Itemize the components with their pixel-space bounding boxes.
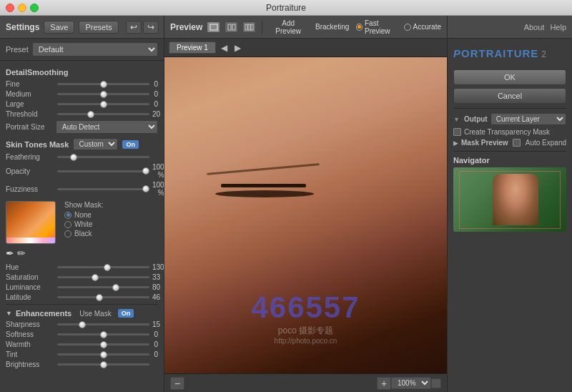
opacity-row: Opacity 100 % bbox=[6, 163, 158, 179]
portrait-size-select[interactable]: Auto Detect bbox=[56, 120, 158, 134]
radio-black-label: Black bbox=[74, 230, 92, 237]
tint-value: 0 bbox=[152, 351, 158, 358]
feathering-slider[interactable] bbox=[57, 156, 149, 158]
hue-slider[interactable] bbox=[57, 266, 149, 268]
logo-p: P bbox=[453, 47, 461, 59]
dropper-add-icon[interactable]: ✒ bbox=[6, 248, 14, 259]
softness-slider[interactable] bbox=[57, 333, 149, 335]
cancel-button[interactable]: Cancel bbox=[453, 88, 566, 104]
show-mask-label: Show Mask: bbox=[64, 201, 103, 209]
create-transparency-row: Create Transparency Mask bbox=[453, 128, 566, 136]
radio-none-row[interactable]: None bbox=[64, 211, 103, 219]
maximize-button[interactable] bbox=[30, 4, 39, 12]
color-swatch[interactable] bbox=[6, 201, 56, 244]
accurate-radio[interactable]: Accurate bbox=[404, 23, 441, 31]
bracketing-button[interactable]: Bracketing bbox=[312, 21, 352, 32]
zoom-out-button[interactable]: − bbox=[170, 377, 184, 390]
save-button[interactable]: Save bbox=[44, 21, 74, 34]
zoom-dropdown-button[interactable] bbox=[431, 378, 441, 388]
ok-button[interactable]: OK bbox=[453, 69, 566, 85]
preset-label: Preset bbox=[6, 45, 29, 54]
auto-expand-checkbox[interactable] bbox=[513, 139, 521, 147]
medium-slider[interactable] bbox=[57, 93, 149, 95]
output-label: Output bbox=[464, 115, 488, 123]
radio-black-row[interactable]: Black bbox=[64, 230, 103, 237]
radio-white-row[interactable]: White bbox=[64, 220, 103, 228]
sharpness-slider[interactable] bbox=[57, 323, 149, 325]
settings-label: Settings bbox=[6, 22, 39, 32]
preview-multi-icon[interactable] bbox=[242, 21, 256, 33]
fine-value: 0 bbox=[152, 80, 158, 88]
medium-value: 0 bbox=[152, 90, 158, 98]
brightness-slider[interactable] bbox=[57, 363, 149, 366]
help-link[interactable]: Help bbox=[550, 23, 566, 31]
fast-preview-label: Fast Preview bbox=[365, 19, 400, 35]
threshold-slider[interactable] bbox=[57, 113, 149, 115]
enhancements-section-header: ▼ Enhancements Use Mask On bbox=[6, 304, 158, 318]
add-preview-button[interactable]: Add Preview bbox=[268, 18, 308, 36]
logo-version: 2 bbox=[541, 49, 546, 59]
portrait-size-row: Portrait Size Auto Detect bbox=[6, 120, 158, 134]
luminance-value: 80 bbox=[152, 283, 160, 291]
threshold-label: Threshold bbox=[6, 110, 54, 118]
latitude-slider[interactable] bbox=[57, 296, 149, 298]
titlebar: Portraiture bbox=[0, 0, 572, 16]
fine-slider[interactable] bbox=[57, 83, 149, 85]
fast-preview-radio[interactable]: Fast Preview bbox=[356, 19, 399, 35]
medium-row: Medium 0 bbox=[6, 90, 158, 98]
logo-ortraiture: ORTRAITURE bbox=[461, 47, 538, 59]
navigator-thumbnail[interactable] bbox=[453, 167, 566, 232]
preset-select[interactable]: Default bbox=[32, 42, 158, 57]
radio-none[interactable] bbox=[64, 212, 72, 219]
large-slider[interactable] bbox=[57, 103, 149, 105]
hue-value: 130 bbox=[152, 263, 164, 271]
output-collapse-icon[interactable]: ▼ bbox=[453, 116, 460, 123]
radio-white[interactable] bbox=[64, 221, 72, 228]
output-row: ▼ Output Current Layer bbox=[453, 113, 566, 125]
preview-single-icon[interactable] bbox=[207, 21, 220, 33]
tint-row: Tint 0 bbox=[6, 351, 158, 358]
zoom-select[interactable]: 100% bbox=[391, 377, 431, 389]
mask-preview-collapse-icon[interactable]: ▶ bbox=[453, 139, 458, 147]
warmth-slider[interactable] bbox=[57, 343, 149, 346]
softness-value: 0 bbox=[152, 330, 158, 338]
latitude-label: Latitude bbox=[6, 293, 54, 301]
saturation-slider[interactable] bbox=[57, 276, 149, 278]
luminance-slider[interactable] bbox=[57, 286, 149, 288]
accurate-label: Accurate bbox=[413, 23, 441, 31]
large-row: Large 0 bbox=[6, 100, 158, 108]
minimize-button[interactable] bbox=[18, 4, 26, 12]
fine-row: Fine 0 bbox=[6, 80, 158, 88]
next-tab-arrow[interactable]: ▶ bbox=[232, 43, 243, 53]
warmth-value: 0 bbox=[152, 340, 158, 348]
saturation-row: Saturation 33 bbox=[6, 273, 158, 281]
skin-tones-preset-select[interactable]: Custom bbox=[73, 138, 118, 150]
presets-button[interactable]: Presets bbox=[79, 21, 118, 34]
warmth-label: Warmth bbox=[6, 340, 54, 348]
preview-toolbar-label: Preview bbox=[170, 22, 202, 32]
prev-tab-arrow[interactable]: ◀ bbox=[219, 43, 230, 53]
large-label: Large bbox=[6, 100, 54, 108]
dropper-remove-icon[interactable]: ✏ bbox=[17, 248, 26, 259]
close-button[interactable] bbox=[6, 4, 14, 12]
redo-button[interactable]: ↪ bbox=[143, 21, 159, 34]
ok-cancel-area: OK Cancel bbox=[453, 69, 566, 104]
zoom-in-button[interactable]: + bbox=[377, 377, 391, 390]
traffic-lights bbox=[6, 4, 39, 12]
latitude-row: Latitude 46 bbox=[6, 293, 158, 301]
undo-button[interactable]: ↩ bbox=[126, 21, 142, 34]
scroll-area: DetailSmoothing Fine 0 Medium 0 Large 0 … bbox=[0, 61, 164, 392]
tint-slider[interactable] bbox=[57, 353, 149, 356]
create-transparency-checkbox[interactable] bbox=[453, 128, 461, 136]
radio-black[interactable] bbox=[64, 230, 72, 237]
preview-tab-1[interactable]: Preview 1 bbox=[169, 41, 216, 54]
opacity-slider[interactable] bbox=[57, 170, 149, 172]
output-select[interactable]: Current Layer bbox=[490, 113, 566, 125]
fuzziness-slider[interactable] bbox=[57, 188, 149, 190]
toolbar-divider bbox=[262, 21, 262, 34]
about-link[interactable]: About bbox=[524, 23, 545, 31]
fine-label: Fine bbox=[6, 80, 54, 88]
enhancements-collapse-icon[interactable]: ▼ bbox=[6, 310, 12, 317]
left-panel: Settings Save Presets ↩ ↪ Preset Default… bbox=[0, 16, 164, 392]
preview-split-icon[interactable] bbox=[225, 21, 238, 33]
